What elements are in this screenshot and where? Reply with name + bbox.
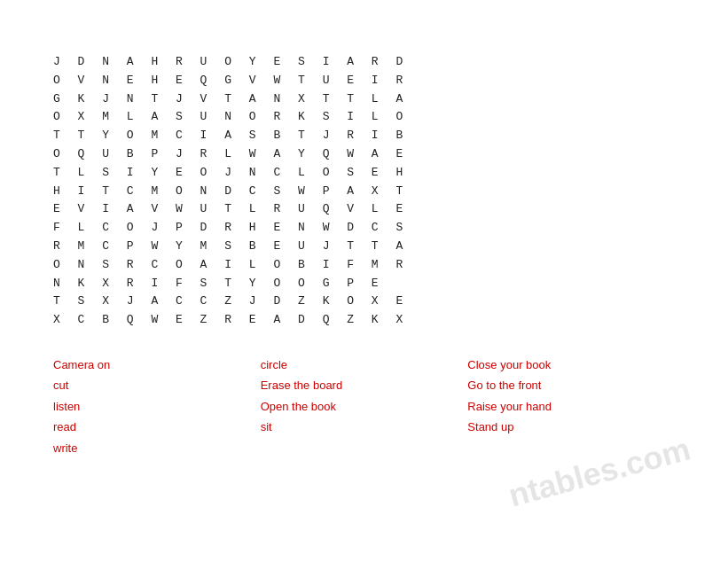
word-item: read <box>53 418 261 436</box>
word-item: Camera on <box>53 356 261 374</box>
word-item: Open the book <box>261 398 468 416</box>
puzzle-row: E V I A V W U T L R U Q V L E <box>53 200 675 219</box>
puzzle-row: O V N E H E Q G V W T U E I R <box>53 72 675 90</box>
word-item: listen <box>53 398 261 416</box>
puzzle-row: G K J N T J V T A N X T T L A <box>53 90 675 109</box>
word-item: Raise your hand <box>467 398 675 416</box>
puzzle-row: O Q U B P J R L W A Y Q W A E <box>53 145 675 164</box>
word-item: write <box>53 440 261 457</box>
puzzle-row: O N S R C O A I L O B I F M R <box>53 256 675 275</box>
word-item: sit <box>261 418 468 436</box>
puzzle-row: T L S I Y E O J N C L O S E H <box>53 164 675 183</box>
word-item: Stand up <box>467 418 675 436</box>
page: J D N A H R U O Y E S I A R DO V N E H E… <box>0 0 728 562</box>
puzzle-row: X C B Q W E Z R E A D Q Z K X <box>53 311 675 330</box>
puzzle-row: O X M L A S U N O R K S I L O <box>53 108 675 127</box>
word-item: cut <box>53 377 261 394</box>
word-item: Close your book <box>467 356 675 374</box>
word-item: Erase the board <box>261 377 468 394</box>
word-search-grid: J D N A H R U O Y E S I A R DO V N E H E… <box>53 53 675 330</box>
word-item: Go to the front <box>467 377 675 394</box>
word-column-3: Close your bookGo to the frontRaise your… <box>467 356 675 457</box>
puzzle-row: T S X J A C C Z J D Z K O X E <box>53 293 675 311</box>
word-column-1: Camera oncutlistenreadwrite <box>53 356 261 457</box>
words-section: Camera oncutlistenreadwritecircleErase t… <box>53 356 675 457</box>
puzzle-row: N K X R I F S T Y O O G P E <box>53 275 675 293</box>
puzzle-row: J D N A H R U O Y E S I A R D <box>53 53 675 72</box>
puzzle-row: F L C O J P D R H E N W D C S <box>53 219 675 238</box>
puzzle-row: R M C P W Y M S B E U J T T A <box>53 238 675 256</box>
word-item: circle <box>261 356 468 374</box>
puzzle-row: T T Y O M C I A S B T J R I B <box>53 127 675 145</box>
word-column-2: circleErase the boardOpen the booksit <box>261 356 468 457</box>
puzzle-row: H I T C M O N D C S W P A X T <box>53 183 675 201</box>
